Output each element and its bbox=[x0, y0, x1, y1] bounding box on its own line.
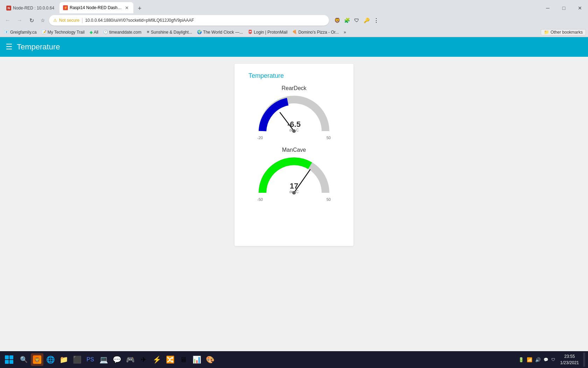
tab-title-1: Node-RED : 10.0.0.64 bbox=[13, 6, 55, 11]
tray-wifi-icon[interactable]: 📶 bbox=[526, 357, 533, 362]
all-icon: ◆ bbox=[90, 30, 93, 35]
gauge-mancave-min: -50 bbox=[257, 197, 263, 202]
maximize-button[interactable]: □ bbox=[556, 3, 572, 13]
security-text: Not secure bbox=[59, 18, 79, 23]
gauge-reardeck-unit: deg C bbox=[287, 128, 301, 132]
gauge-mancave-max: 50 bbox=[327, 197, 331, 202]
taskbar-cmd[interactable]: 💻 bbox=[97, 353, 110, 366]
tab-favicon-2: ⚡ bbox=[63, 5, 68, 10]
taskbar-terminal[interactable]: ⬛ bbox=[71, 353, 83, 366]
bookmark-proton[interactable]: 📮 Login | ProtonMail bbox=[246, 29, 290, 35]
bookmark-label-proton: Login | ProtonMail bbox=[254, 30, 288, 35]
bookmark-timedate[interactable]: 🕐 timeanddate.com bbox=[101, 29, 144, 35]
bookmark-sunshine[interactable]: ☀ Sunshine & Daylight... bbox=[144, 29, 194, 35]
browser-toolbar: 🦁 🧩 🛡 🔑 ⋮ bbox=[332, 16, 381, 25]
taskbar-git[interactable]: 🔀 bbox=[164, 353, 176, 366]
bookmarks-bar: 📧 Greigfamily.ca 📝 My Technology Trail ◆… bbox=[0, 27, 588, 37]
proton-icon: 📮 bbox=[248, 30, 253, 34]
hamburger-menu[interactable]: ☰ bbox=[6, 42, 13, 52]
gmail-icon: 📧 bbox=[4, 30, 9, 34]
bookmark-more[interactable]: » bbox=[342, 29, 348, 35]
minimize-button[interactable]: ─ bbox=[540, 3, 556, 13]
more-icon[interactable]: ⋮ bbox=[372, 16, 381, 25]
taskbar-explorer[interactable]: 📁 bbox=[57, 353, 70, 366]
close-button[interactable]: ✕ bbox=[572, 3, 588, 13]
bookmark-dominos[interactable]: 🍕 Domino's Pizza - Or... bbox=[290, 29, 341, 35]
back-button[interactable]: ← bbox=[3, 15, 13, 25]
gauge-mancave-value: 17 bbox=[289, 182, 299, 191]
gauge-reardeck-value: -6.5 bbox=[287, 120, 301, 129]
address-separator: | bbox=[82, 17, 83, 23]
gauge-mancave-value-display: 17 deg C bbox=[289, 182, 299, 194]
taskbar-excel[interactable]: 📊 bbox=[190, 353, 203, 366]
tray-network-icon[interactable]: 💬 bbox=[542, 357, 550, 362]
extensions-icon[interactable]: 🧩 bbox=[342, 16, 351, 25]
other-bookmarks-button[interactable]: 📁 Other bookmarks bbox=[541, 29, 586, 35]
taskbar-winterm[interactable]: 🖥 bbox=[177, 353, 190, 366]
main-content: Temperature RearDeck -6.5 deg bbox=[0, 57, 588, 253]
gauge-reardeck-min: -20 bbox=[257, 136, 263, 140]
url-text: 10.0.0.64:1880/ui/#!/0?socketid=pM9LQ612… bbox=[85, 18, 194, 23]
reload-button[interactable]: ↻ bbox=[27, 15, 36, 25]
bookmark-worldclock[interactable]: 🌍 The World Clock —... bbox=[195, 29, 245, 35]
bookmark-star[interactable]: ☆ bbox=[38, 16, 47, 25]
tray-volume-icon[interactable]: 🔊 bbox=[534, 357, 542, 362]
gauge-mancave-container: 17 deg C -50 50 bbox=[257, 156, 331, 202]
other-bookmarks-label: Other bookmarks bbox=[551, 30, 583, 35]
bookmark-label-sunshine: Sunshine & Daylight... bbox=[151, 30, 192, 35]
taskbar: 🔍 🦁 🌐 📁 ⬛ PS 💻 💬 🎮 ✈ ⚡ 🔀 🖥 📊 🎨 🔋 📶 🔊 💬 🛡… bbox=[0, 351, 588, 368]
bookmark-label-dominos: Domino's Pizza - Or... bbox=[298, 30, 339, 35]
gauge-reardeck-value-display: -6.5 deg C bbox=[287, 120, 301, 132]
clock-time: 23:55 bbox=[560, 353, 579, 360]
tray-battery-icon[interactable]: 🔋 bbox=[517, 357, 525, 362]
taskbar-search[interactable]: 🔍 bbox=[18, 353, 30, 366]
bookmark-label-all: All bbox=[94, 30, 98, 35]
timedate-icon: 🕐 bbox=[103, 30, 108, 34]
taskbar-steam[interactable]: 🎮 bbox=[124, 353, 136, 366]
bookmark-label-gmail: Greigfamily.ca bbox=[10, 30, 37, 35]
browser-chrome: N Node-RED : 10.0.0.64 ⚡ Raspi14 Node-RE… bbox=[0, 0, 588, 37]
taskbar-brave[interactable]: 🦁 bbox=[31, 353, 43, 366]
tech-icon: 📝 bbox=[42, 30, 47, 34]
new-tab-button[interactable]: + bbox=[135, 4, 145, 13]
dominos-icon: 🍕 bbox=[292, 30, 297, 34]
taskbar-paint[interactable]: 🎨 bbox=[204, 353, 216, 366]
windows-logo-icon bbox=[5, 355, 13, 364]
gauge-reardeck-section: RearDeck -6.5 deg C -20 bbox=[248, 85, 340, 140]
brave-taskbar-icon: 🦁 bbox=[33, 355, 41, 364]
app-header-title: Temperature bbox=[17, 42, 60, 52]
bookmark-all[interactable]: ◆ All bbox=[88, 29, 100, 35]
windows-start-button[interactable] bbox=[1, 352, 17, 367]
taskbar-discord[interactable]: 💬 bbox=[111, 353, 123, 366]
taskbar-telegram[interactable]: ✈ bbox=[137, 353, 150, 366]
security-warning-icon: ⚠ bbox=[53, 18, 57, 23]
tab-node-red[interactable]: N Node-RED : 10.0.0.64 bbox=[3, 3, 59, 13]
shield-icon[interactable]: 🛡 bbox=[352, 16, 361, 25]
tray-security-icon[interactable]: 🛡 bbox=[550, 357, 556, 362]
taskbar-powershell[interactable]: PS bbox=[84, 353, 97, 366]
vpn-icon[interactable]: 🔑 bbox=[362, 16, 371, 25]
taskbar-chrome[interactable]: 🌐 bbox=[44, 353, 57, 366]
window-controls: ─ □ ✕ bbox=[540, 3, 588, 13]
taskbar-vscode[interactable]: ⚡ bbox=[150, 353, 163, 366]
app-header: ☰ Temperature bbox=[0, 37, 588, 57]
folder-icon: 📁 bbox=[544, 30, 549, 35]
taskbar-clock[interactable]: 23:55 1/23/2021 bbox=[558, 353, 582, 366]
system-tray: 🔋 📶 🔊 💬 🛡 23:55 1/23/2021 bbox=[517, 353, 587, 367]
show-desktop-button[interactable] bbox=[583, 353, 585, 367]
brave-icon[interactable]: 🦁 bbox=[332, 16, 342, 25]
bookmark-tech[interactable]: 📝 My Technology Trail bbox=[40, 29, 87, 35]
bookmark-gmail[interactable]: 📧 Greigfamily.ca bbox=[2, 29, 39, 35]
gauge-mancave-section: ManCave 17 deg C -50 5 bbox=[248, 147, 340, 202]
tab-favicon-1: N bbox=[6, 6, 11, 11]
bookmark-label-worldclock: The World Clock —... bbox=[203, 30, 243, 35]
worldclock-icon: 🌍 bbox=[197, 30, 202, 34]
tab-raspi14[interactable]: ⚡ Raspi14 Node-RED Dashboard ✕ bbox=[59, 2, 133, 13]
sunshine-icon: ☀ bbox=[146, 30, 150, 34]
forward-button[interactable]: → bbox=[15, 15, 24, 25]
clock-date: 1/23/2021 bbox=[560, 360, 579, 366]
tab-close-2[interactable]: ✕ bbox=[124, 5, 130, 11]
tray-icons: 🔋 📶 🔊 💬 🛡 bbox=[517, 357, 556, 362]
address-bar[interactable]: ⚠ Not secure | 10.0.0.64:1880/ui/#!/0?so… bbox=[49, 15, 329, 26]
gauge-mancave-label: ManCave bbox=[282, 147, 306, 153]
